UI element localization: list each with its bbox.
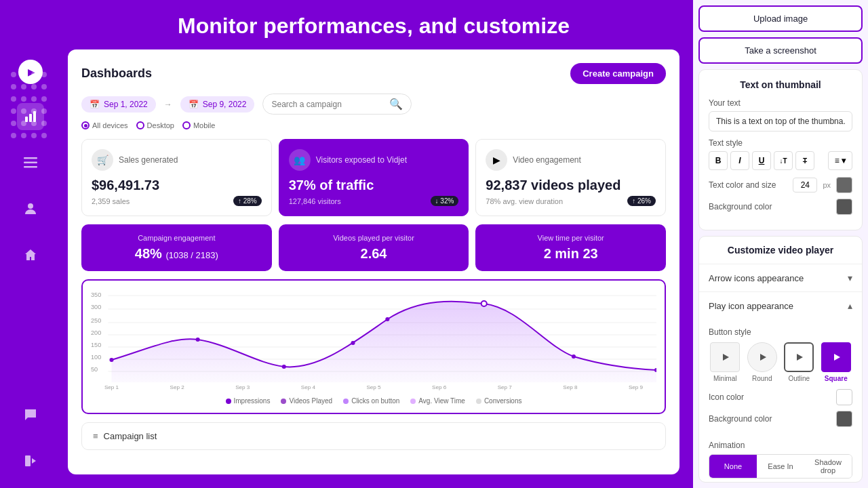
sidebar-item-home[interactable] [17, 241, 44, 268]
svg-text:Sep 8: Sep 8 [563, 384, 578, 390]
svg-rect-31 [25, 455, 31, 466]
align-down-button[interactable]: ↓T [774, 151, 793, 170]
text-color-swatch[interactable] [836, 177, 852, 193]
btn-name-square: Square [825, 375, 848, 382]
svg-text:150: 150 [91, 342, 101, 348]
svg-point-16 [11, 121, 16, 126]
strikethrough-button[interactable]: T [795, 151, 814, 170]
bg-color-label: Background color [709, 202, 831, 211]
chart-legend: Impressions Videos Played Clicks on butt… [91, 397, 656, 405]
btn-style-square[interactable]: Square [820, 342, 853, 382]
sidebar-item-user[interactable] [17, 195, 44, 222]
filter-all-devices[interactable]: All devices [81, 121, 128, 129]
engagement-icon: ▶ [486, 149, 507, 171]
stat-card-sales: 🛒 Sales generated $96,491.73 2,359 sales… [81, 139, 272, 216]
btn-name-round: Round [752, 375, 772, 382]
svg-point-10 [31, 96, 37, 102]
sidebar-item-export[interactable] [17, 447, 44, 474]
campaign-list-row[interactable]: ≡ Campaign list [81, 422, 666, 450]
legend-clicks: Clicks on button [343, 397, 399, 405]
play-icon-accordion[interactable]: Play icon appearance ▴ [699, 292, 862, 319]
btn-name-outline: Outline [788, 375, 810, 382]
underline-button[interactable]: U [752, 151, 771, 170]
svg-text:100: 100 [91, 354, 101, 361]
anim-shadow-drop[interactable]: Shadow drop [804, 455, 852, 478]
calendar-end-icon: 📅 [189, 100, 199, 109]
chart-point-4 [351, 341, 355, 345]
arrow-icons-accordion[interactable]: Arrow icons appearance ▾ [699, 264, 862, 292]
btn-style-minimal[interactable]: Minimal [709, 342, 742, 382]
user-profile-icon [24, 202, 37, 216]
bold-button[interactable]: B [709, 151, 728, 170]
svg-point-30 [28, 203, 33, 209]
button-style-label: Button style [709, 327, 852, 337]
device-filters: All devices Desktop Mobile [81, 121, 666, 129]
chart-point-7 [572, 354, 576, 359]
svg-point-22 [31, 133, 37, 138]
filters-row: 📅 Sep 1, 2022 → 📅 Sep 9, 2022 🔍 [81, 94, 666, 115]
anim-ease-in[interactable]: Ease In [757, 455, 804, 478]
svg-point-4 [11, 84, 16, 89]
svg-text:50: 50 [91, 366, 98, 373]
legend-dot-videos-played [281, 399, 286, 404]
svg-text:Sep 1: Sep 1 [104, 384, 119, 390]
svg-point-7 [41, 84, 47, 89]
svg-point-19 [41, 121, 47, 126]
chart-point-5 [385, 317, 389, 321]
svg-point-1 [21, 72, 26, 77]
bg-color-swatch[interactable] [836, 199, 852, 215]
arrow-icons-label: Arrow icons appearance [709, 273, 804, 283]
upload-image-button[interactable]: Upload image [698, 5, 863, 32]
sidebar-item-chat[interactable] [17, 401, 44, 428]
btn-preview-outline [784, 342, 814, 372]
bg-color-swatch-play[interactable] [836, 411, 852, 427]
page-title: Monitor performances, and customize [68, 14, 679, 39]
engagement-badge: ↑ 26% [627, 196, 656, 206]
filter-mobile[interactable]: Mobile [182, 121, 215, 129]
legend-dot-clicks [343, 399, 349, 404]
svg-text:Sep 2: Sep 2 [170, 384, 185, 390]
anim-none[interactable]: None [709, 455, 757, 478]
chevron-up-icon: ▴ [848, 300, 852, 311]
date-to-filter[interactable]: 📅 Sep 9, 2022 [180, 96, 255, 113]
stat-card-engagement: ▶ Video engagement 92,837 videos played … [475, 139, 666, 216]
engagement-value: 92,837 videos played [486, 178, 656, 193]
customize-section-title: Customize video player [699, 237, 862, 264]
radio-all-devices [81, 121, 90, 129]
create-campaign-button[interactable]: Create campaign [570, 63, 666, 84]
btn-preview-minimal [710, 342, 740, 372]
icon-color-row: Icon color [709, 389, 852, 405]
date-from-filter[interactable]: 📅 Sep 1, 2022 [81, 96, 156, 113]
svg-point-3 [41, 72, 47, 77]
legend-view-time: Avg. View Time [410, 397, 465, 405]
search-box[interactable]: 🔍 [262, 94, 412, 115]
dashboard-title: Dashboards [81, 66, 152, 81]
svg-text:200: 200 [91, 329, 101, 336]
chart-point-2 [196, 338, 200, 342]
svg-point-13 [21, 108, 26, 114]
thumbnail-section-title: Text on thumbnail [709, 79, 852, 90]
icon-color-swatch[interactable] [836, 389, 852, 405]
btn-style-round[interactable]: Round [746, 342, 779, 382]
filter-desktop[interactable]: Desktop [136, 121, 174, 129]
videos-per-visitor-value: 2.64 [288, 246, 460, 262]
radio-mobile [182, 121, 191, 129]
search-input[interactable] [271, 100, 385, 109]
btn-name-minimal: Minimal [713, 375, 736, 382]
svg-text:Sep 7: Sep 7 [498, 384, 513, 390]
videos-per-visitor-label: Videos played per visitor [288, 234, 460, 242]
your-text-input[interactable] [709, 111, 852, 131]
chart-area-fill [112, 302, 656, 382]
stat-header-visitors: 👥 Visitors exposed to Vidjet [289, 149, 459, 171]
align-button[interactable]: ≡ ▾ [828, 151, 852, 170]
chart-point-1 [109, 358, 113, 362]
italic-button[interactable]: I [730, 151, 749, 170]
font-size-input[interactable] [793, 178, 817, 192]
visitors-label: Visitors exposed to Vidjet [316, 155, 407, 165]
take-screenshot-button[interactable]: Take a screenshot [698, 37, 863, 64]
animation-section: Animation None Ease In Shadow drop [699, 441, 862, 483]
stat-header-engagement: ▶ Video engagement [486, 149, 656, 171]
btn-style-outline[interactable]: Outline [783, 342, 816, 382]
stat-card-visitors: 👥 Visitors exposed to Vidjet 37% of traf… [279, 139, 469, 216]
customize-video-player-section: Customize video player Arrow icons appea… [698, 236, 863, 483]
